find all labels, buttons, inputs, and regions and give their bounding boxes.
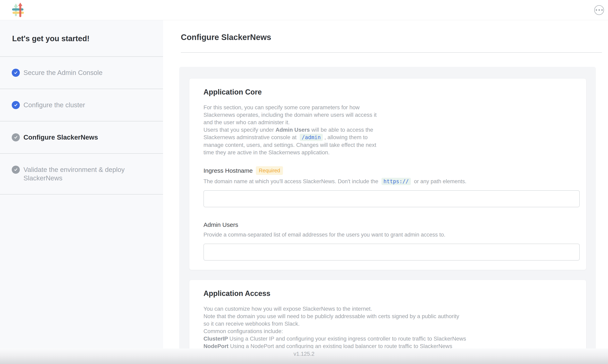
card-title: Application Core <box>204 88 580 96</box>
ingress-hostname-help: The domain name at which you'll access S… <box>204 178 580 185</box>
admin-users-input[interactable] <box>204 244 580 260</box>
setup-steps-sidebar: Let's get you started! Secure the Admin … <box>0 20 163 349</box>
top-bar <box>0 0 608 20</box>
config-content: Configure SlackerNews Application Core F… <box>163 20 608 349</box>
card-description: You can customize how you will expose Sl… <box>204 305 580 349</box>
access-line: ClusterIP Using a Cluster IP and configu… <box>204 335 580 342</box>
application-core-card: Application Core For this section, you c… <box>189 78 586 270</box>
access-line: Note that the domain you use will need t… <box>204 312 580 320</box>
step-label: Configure SlackerNews <box>24 133 98 142</box>
config-groups-panel: Application Core For this section, you c… <box>179 67 596 349</box>
admin-users-help: Provide a comma-separated list of email … <box>204 231 580 238</box>
sidebar-step-configure-cluster[interactable]: Configure the cluster <box>0 89 163 121</box>
check-circle-icon <box>12 133 20 141</box>
card-title: Application Access <box>204 289 580 298</box>
sidebar-heading: Let's get you started! <box>0 20 163 57</box>
version-label: v1.125.2 <box>293 351 315 357</box>
https-code-chip: https:// <box>381 178 411 185</box>
ingress-hostname-field-group: Ingress Hostname Required The domain nam… <box>204 166 580 207</box>
check-circle-icon <box>12 166 20 174</box>
ellipsis-icon <box>596 9 597 11</box>
page-title: Configure SlackerNews <box>181 33 608 42</box>
access-line: Common configurations include: <box>204 327 580 335</box>
admin-users-label: Admin Users <box>204 221 238 228</box>
step-label: Secure the Admin Console <box>24 68 103 77</box>
step-label: Validate the environment & deploy Slacke… <box>24 165 137 182</box>
ingress-hostname-label: Ingress Hostname <box>204 167 253 174</box>
title-divider <box>181 52 602 53</box>
slackernews-logo-icon <box>11 3 25 18</box>
access-line: so it can receive webhooks from Slack. <box>204 320 580 327</box>
admin-console-window: Let's get you started! Secure the Admin … <box>0 0 608 364</box>
step-label: Configure the cluster <box>24 101 85 109</box>
sidebar-step-validate-deploy[interactable]: Validate the environment & deploy Slacke… <box>0 154 163 195</box>
sidebar-step-secure-admin-console[interactable]: Secure the Admin Console <box>0 57 163 89</box>
required-badge: Required <box>256 166 283 175</box>
admin-users-field-group: Admin Users Provide a comma-separated li… <box>204 221 580 260</box>
access-line: NodePort Using a NodePort and configurin… <box>204 342 580 349</box>
more-options-button[interactable] <box>594 5 604 15</box>
check-circle-icon <box>12 101 20 109</box>
admin-path-code-chip: /admin <box>300 134 323 141</box>
ingress-hostname-input[interactable] <box>204 190 580 207</box>
access-line: You can customize how you will expose Sl… <box>204 305 580 312</box>
card-description: For this section, you can specify some c… <box>204 104 387 156</box>
check-circle-icon <box>12 69 20 77</box>
footer: v1.125.2 <box>0 349 608 364</box>
sidebar-step-configure-slackernews[interactable]: Configure SlackerNews <box>0 121 163 154</box>
application-access-card: Application Access You can customize how… <box>189 280 586 349</box>
